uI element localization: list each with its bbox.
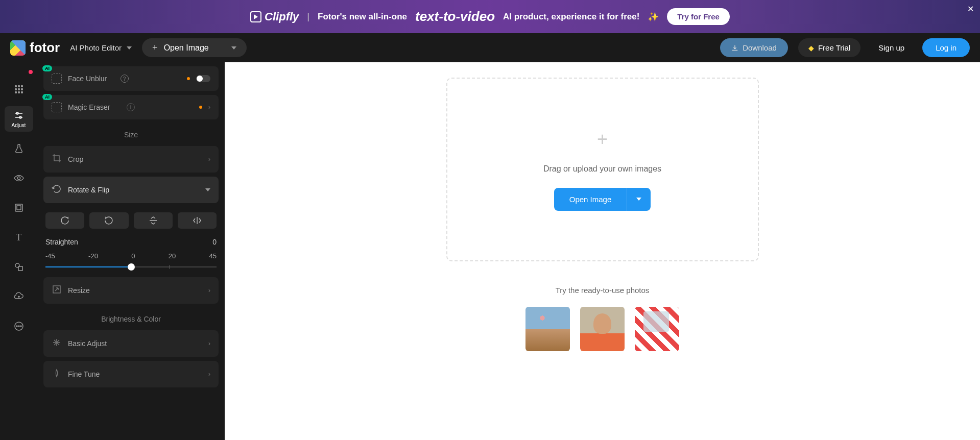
slider-tick-mark: [170, 265, 170, 269]
chevron-right-icon: ›: [208, 287, 210, 294]
flask-icon: [14, 143, 24, 154]
nav-apps[interactable]: [5, 77, 33, 102]
nav-beauty[interactable]: [5, 165, 33, 191]
sample-photo-3[interactable]: [635, 307, 679, 351]
signup-link[interactable]: Sign up: [871, 38, 912, 57]
try-text: Try the ready-to-use photos: [525, 286, 679, 295]
nav-more[interactable]: [5, 313, 33, 339]
fotor-brand-text: fotor: [30, 40, 60, 56]
fine-tune-label: Fine Tune: [68, 370, 202, 378]
login-button[interactable]: Log in: [922, 38, 970, 57]
fotor-logo[interactable]: fotor: [10, 40, 60, 56]
face-unblur-toggle[interactable]: [196, 75, 210, 82]
face-unblur-item[interactable]: AI Face Unblur ?: [43, 66, 219, 91]
download-label: Download: [743, 43, 777, 52]
shapes-icon: [14, 262, 24, 272]
chevron-right-icon: ›: [208, 156, 210, 163]
straighten-slider[interactable]: [45, 262, 217, 272]
straighten-row: Straighten 0: [43, 234, 219, 250]
free-trial-button[interactable]: ◆ Free Trial: [798, 38, 861, 57]
plus-icon: +: [152, 42, 158, 53]
rotate-cw-button[interactable]: [45, 212, 84, 229]
basic-adjust-icon: [52, 337, 62, 350]
open-image-dropdown-button[interactable]: [627, 188, 651, 211]
svg-point-10: [16, 326, 17, 327]
info-icon[interactable]: i: [127, 103, 135, 111]
nav-frames[interactable]: [5, 195, 33, 221]
download-icon: [731, 44, 738, 52]
nav-effects[interactable]: [5, 136, 33, 161]
resize-label: Resize: [68, 286, 202, 295]
tick-m20: -20: [88, 252, 98, 260]
open-image-button[interactable]: Open Image: [554, 188, 627, 211]
flip-vertical-button[interactable]: [134, 212, 173, 229]
flip-horizontal-button[interactable]: [178, 212, 217, 229]
diamond-icon: ◆: [808, 44, 814, 52]
banner-content: Clipfly | Fotor's new all-in-one text-to…: [250, 8, 730, 25]
download-button[interactable]: Download: [720, 38, 788, 57]
help-icon[interactable]: ?: [121, 75, 129, 83]
adjust-panel: AI Face Unblur ? AI Magic Eraser i › Siz…: [37, 62, 225, 440]
left-nav: Adjust T: [0, 62, 37, 440]
resize-icon: [52, 284, 62, 297]
chevron-down-icon: [231, 46, 236, 50]
nav-cloud[interactable]: [5, 284, 33, 309]
magic-eraser-icon: [52, 102, 62, 112]
rotate-buttons-row: [43, 207, 219, 234]
chevron-down-icon: [636, 198, 641, 201]
svg-point-7: [15, 263, 19, 267]
sliders-icon: [14, 110, 24, 120]
svg-point-12: [20, 326, 21, 327]
banner-text-before: Fotor's new all-in-one: [318, 12, 407, 22]
slider-tick-labels: -45 -20 0 20 45: [43, 250, 219, 260]
tick-zero: 0: [131, 252, 135, 260]
editor-mode-dropdown[interactable]: AI Photo Editor: [70, 43, 132, 52]
svg-rect-6: [17, 206, 21, 210]
promo-banner: Clipfly | Fotor's new all-in-one text-to…: [0, 0, 980, 33]
banner-text-after: AI product, experience it for free!: [503, 12, 639, 22]
premium-dot-icon: [199, 106, 202, 109]
open-image-header-button[interactable]: + Open Image: [142, 38, 247, 57]
plus-icon: +: [597, 129, 608, 150]
rotate-flip-item[interactable]: Rotate & Flip: [43, 177, 219, 203]
more-icon: [14, 321, 24, 331]
dropzone-text: Drag or upload your own images: [543, 164, 661, 174]
slider-fill: [45, 266, 131, 267]
brightness-section-header: Brightness & Color: [43, 308, 219, 330]
close-banner-button[interactable]: ✕: [967, 4, 974, 14]
fine-tune-item[interactable]: Fine Tune ›: [43, 361, 219, 387]
magic-eraser-item[interactable]: AI Magic Eraser i ›: [43, 95, 219, 119]
main-layout: Adjust T AI Face Unblur ?: [0, 62, 980, 440]
straighten-label: Straighten: [45, 238, 78, 246]
tick-p45: 45: [209, 252, 216, 260]
nav-text[interactable]: T: [5, 225, 33, 250]
chevron-down-icon: [127, 46, 132, 50]
fotor-icon: [10, 40, 26, 56]
slider-thumb[interactable]: [128, 263, 135, 271]
size-section-header: Size: [43, 124, 219, 146]
rotate-ccw-button[interactable]: [89, 212, 128, 229]
nav-elements[interactable]: [5, 254, 33, 280]
open-image-label: Open Image: [164, 43, 209, 53]
crop-icon: [52, 153, 62, 165]
nav-adjust[interactable]: Adjust: [5, 106, 33, 132]
resize-item[interactable]: Resize ›: [43, 277, 219, 304]
basic-adjust-item[interactable]: Basic Adjust ›: [43, 330, 219, 357]
image-dropzone[interactable]: + Drag or upload your own images Open Im…: [446, 78, 759, 261]
sample-photo-1[interactable]: [525, 307, 570, 351]
tick-m45: -45: [45, 252, 55, 260]
cloud-upload-icon: [14, 291, 24, 302]
tick-p20: 20: [169, 252, 176, 260]
try-section: Try the ready-to-use photos: [525, 286, 679, 351]
crop-item[interactable]: Crop ›: [43, 146, 219, 173]
sample-photo-2[interactable]: [580, 307, 625, 351]
sparkle-icon: ✨: [648, 11, 659, 22]
frame-icon: [14, 203, 24, 213]
crop-label: Crop: [68, 155, 202, 163]
ai-badge: AI: [42, 65, 52, 71]
premium-dot-icon: [187, 77, 190, 80]
try-for-free-button[interactable]: Try for Free: [667, 8, 730, 25]
rotate-flip-label: Rotate & Flip: [68, 186, 199, 194]
svg-point-11: [18, 326, 19, 327]
chevron-right-icon: ›: [208, 340, 210, 347]
